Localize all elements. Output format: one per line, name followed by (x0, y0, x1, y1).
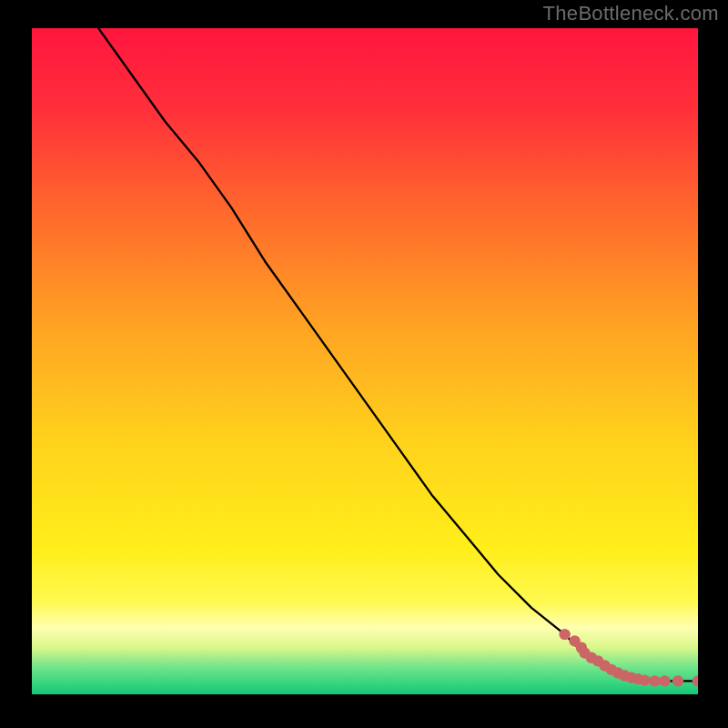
watermark-text: TheBottleneck.com (543, 2, 719, 25)
gradient-background (32, 28, 698, 694)
plot-area (32, 28, 698, 694)
chart-stage: TheBottleneck.com (0, 0, 728, 728)
